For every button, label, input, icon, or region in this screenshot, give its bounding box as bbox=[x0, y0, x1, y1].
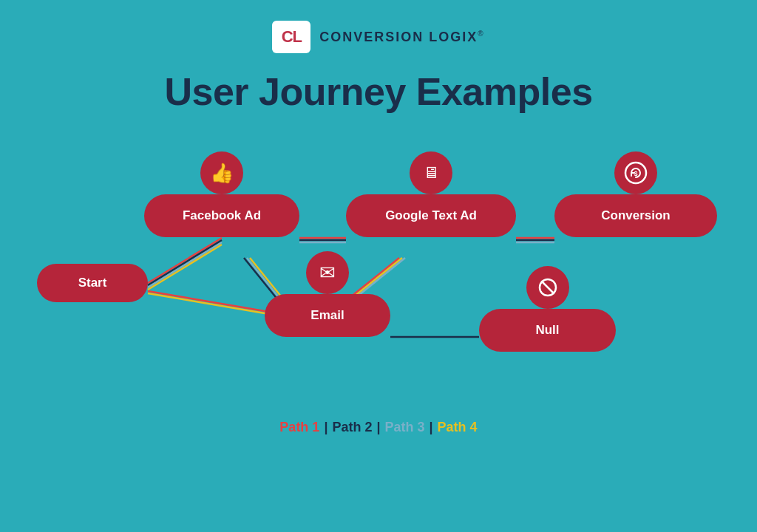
facebook-icon-circle: 👍 bbox=[200, 151, 243, 194]
svg-line-0 bbox=[148, 238, 222, 283]
logo-letters: CL bbox=[282, 27, 302, 47]
logo-box: CL bbox=[272, 21, 310, 53]
monitor-icon: 🖥 bbox=[423, 163, 439, 183]
email-icon-circle: ✉ bbox=[306, 251, 349, 294]
node-facebook: 👍 Facebook Ad bbox=[144, 173, 299, 237]
thumbsup-icon: 👍 bbox=[210, 162, 234, 185]
google-pill: Google Text Ad bbox=[346, 194, 516, 237]
svg-text:$: $ bbox=[634, 170, 637, 177]
legend-path2: Path 2 bbox=[332, 420, 372, 435]
conversion-pill: Conversion bbox=[554, 194, 717, 237]
page-title: User Journey Examples bbox=[0, 69, 757, 114]
logo-name: CONVERSION LOGIX® bbox=[319, 30, 484, 45]
start-pill: Start bbox=[37, 264, 148, 302]
node-google: 🖥 Google Text Ad bbox=[346, 173, 516, 237]
null-pill: Null bbox=[479, 309, 616, 352]
legend-sep2: | bbox=[376, 420, 380, 435]
path-legend: Path 1 | Path 2 | Path 3 | Path 4 bbox=[0, 420, 757, 435]
node-null: Null bbox=[479, 287, 616, 352]
legend-path3: Path 3 bbox=[385, 420, 425, 435]
node-conversion: $ Conversion bbox=[554, 173, 717, 237]
conversion-icon-circle: $ bbox=[614, 151, 657, 194]
legend-sep3: | bbox=[430, 420, 433, 435]
logo-text: CONVERSION LOGIX® bbox=[319, 30, 484, 44]
node-start: Start bbox=[37, 264, 148, 302]
google-icon-circle: 🖥 bbox=[410, 151, 452, 194]
legend-path1: Path 1 bbox=[279, 420, 319, 435]
legend-path4: Path 4 bbox=[438, 420, 478, 435]
node-email: ✉ Email bbox=[265, 273, 390, 337]
journey-diagram: Start 👍 Facebook Ad 🖥 Google Text Ad $ C… bbox=[0, 129, 757, 409]
facebook-pill: Facebook Ad bbox=[144, 194, 299, 237]
email-pill: Email bbox=[265, 294, 390, 337]
refresh-dollar-icon: $ bbox=[624, 161, 648, 185]
svg-line-22 bbox=[542, 282, 554, 293]
legend-sep1: | bbox=[324, 420, 327, 435]
svg-line-3 bbox=[148, 245, 222, 290]
header: CL CONVERSION LOGIX® bbox=[0, 0, 757, 53]
null-icon bbox=[536, 276, 560, 299]
email-icon: ✉ bbox=[319, 262, 336, 284]
svg-line-2 bbox=[148, 242, 222, 287]
null-icon-circle bbox=[526, 266, 569, 309]
svg-line-1 bbox=[148, 240, 222, 285]
